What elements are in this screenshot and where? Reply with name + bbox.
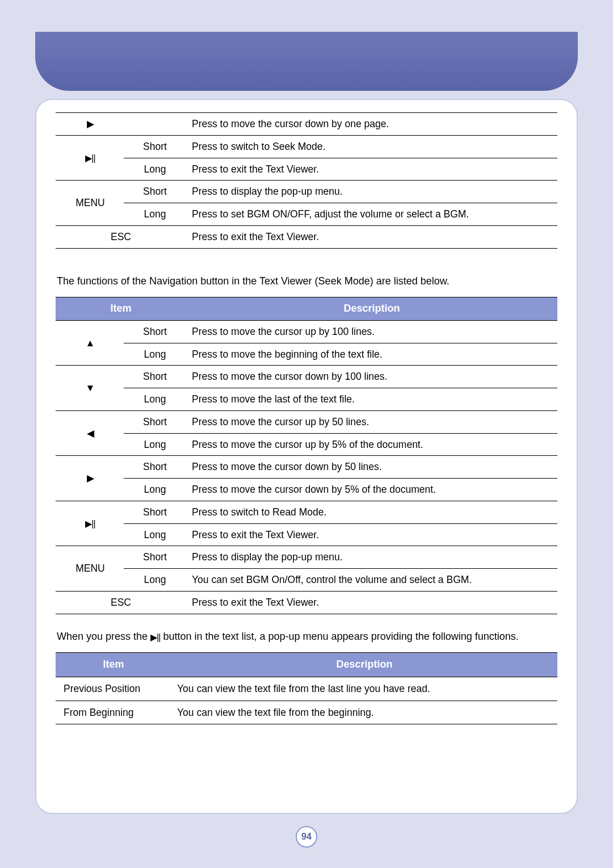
popup-intro: When you press the button in the text li…: [57, 629, 556, 645]
description-cell: Press to display the pop-up menu.: [185, 181, 557, 203]
duration-cell: Long: [124, 433, 185, 456]
description-cell: Press to move the cursor down by 5% of t…: [185, 479, 557, 501]
duration-cell: Short: [124, 135, 185, 158]
nav-left-icon: [56, 410, 124, 456]
duration-cell: Long: [124, 158, 185, 181]
duration-cell: Short: [124, 546, 185, 569]
nav-up-icon: [56, 320, 124, 366]
duration-cell: Short: [124, 456, 185, 479]
functions-table-read-mode: Press to move the cursor down by one pag…: [56, 112, 557, 249]
description-cell: Press to move the cursor down by 100 lin…: [185, 366, 557, 388]
play-pause-icon: [56, 501, 124, 546]
duration-cell: Short: [124, 320, 185, 343]
duration-cell: Long: [124, 569, 185, 592]
description-cell: Press to exit the Text Viewer.: [185, 225, 557, 248]
menu-button-label: MENU: [56, 181, 124, 226]
description-cell: Press to set BGM ON/OFF, adjust the volu…: [185, 203, 557, 226]
duration-cell: Long: [124, 523, 185, 546]
document-page: Press to move the cursor down by one pag…: [0, 0, 613, 868]
content-inner: Press to move the cursor down by one pag…: [56, 110, 557, 724]
column-header-description: Description: [169, 653, 557, 677]
duration-cell: Long: [124, 479, 185, 501]
esc-button-label: ESC: [56, 225, 185, 248]
description-cell: Press to move the beginning of the text …: [185, 343, 557, 366]
duration-cell: Short: [124, 501, 185, 523]
description-cell: Press to move the cursor down by one pag…: [185, 113, 557, 136]
nav-right-icon: [56, 456, 124, 501]
functions-table-seek-mode: Item Description Short Press to move the…: [56, 297, 557, 614]
nav-right-icon: [56, 113, 124, 136]
description-cell: Press to switch to Seek Mode.: [185, 135, 557, 158]
popup-menu-table: Item Description Previous Position You c…: [56, 652, 557, 724]
description-cell: Press to move the cursor up by 50 lines.: [185, 410, 557, 433]
menu-button-label: MENU: [56, 546, 124, 592]
column-header-item: Item: [56, 653, 169, 677]
description-cell: Press to exit the Text Viewer.: [185, 523, 557, 546]
popup-item-label: Previous Position: [56, 677, 169, 701]
duration-cell: Short: [124, 410, 185, 433]
description-cell: Press to display the pop-up menu.: [185, 546, 557, 569]
duration-cell: Long: [124, 343, 185, 366]
popup-intro-text-b: button in the text list, a pop-up menu a…: [160, 631, 518, 642]
play-pause-icon: [56, 135, 124, 181]
duration-cell: Long: [124, 203, 185, 226]
esc-button-label: ESC: [56, 591, 185, 614]
column-header-description: Description: [185, 297, 557, 320]
column-header-item: Item: [56, 297, 185, 320]
play-pause-icon: [150, 633, 160, 642]
description-cell: Press to move the cursor up by 5% of the…: [185, 433, 557, 456]
duration-cell: Long: [124, 388, 185, 411]
page-header-pill: [35, 32, 578, 91]
duration-cell: [124, 113, 185, 136]
content-card: Press to move the cursor down by one pag…: [35, 99, 578, 814]
description-cell: You can view the text file from the last…: [169, 677, 557, 701]
duration-cell: Short: [124, 181, 185, 203]
duration-cell: Short: [124, 366, 185, 388]
description-cell: Press to exit the Text Viewer.: [185, 591, 557, 614]
seek-mode-intro: The functions of the Navigation button i…: [57, 274, 556, 290]
description-cell: Press to exit the Text Viewer.: [185, 158, 557, 181]
description-cell: Press to switch to Read Mode.: [185, 501, 557, 523]
description-cell: Press to move the last of the text file.: [185, 388, 557, 411]
description-cell: Press to move the cursor down by 50 line…: [185, 456, 557, 479]
page-number-badge: 94: [296, 826, 317, 848]
nav-down-icon: [56, 366, 124, 411]
description-cell: Press to move the cursor up by 100 lines…: [185, 320, 557, 343]
popup-item-label: From Beginning: [56, 701, 169, 724]
description-cell: You can view the text file from the begi…: [169, 701, 557, 724]
description-cell: You can set BGM On/Off, control the volu…: [185, 569, 557, 592]
popup-intro-text-a: When you press the: [57, 631, 150, 642]
